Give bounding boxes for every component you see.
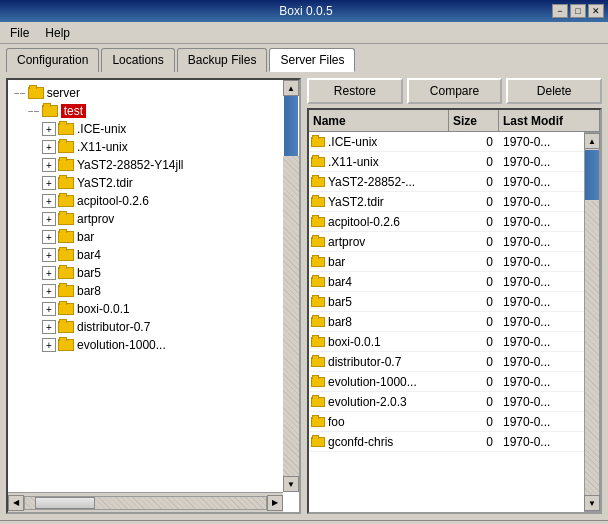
file-row[interactable]: bar5 0 1970-0... <box>309 292 584 312</box>
folder-icon-boxi <box>58 303 74 315</box>
minimize-button[interactable]: − <box>552 4 568 18</box>
file-name: evolution-2.0.3 <box>328 395 407 409</box>
tree-node-yast2-long[interactable]: + YaST2-28852-Y14jll <box>10 156 297 174</box>
tab-server-files[interactable]: Server Files <box>269 48 355 72</box>
tree-vscrollbar[interactable]: ▲ ▼ <box>283 80 299 492</box>
file-list-container: Name Size Last Modif .ICE-unix 0 1970-0.… <box>307 108 602 514</box>
expander-x11[interactable]: + <box>42 140 56 154</box>
file-row[interactable]: artprov 0 1970-0... <box>309 232 584 252</box>
tree-node-evolution1000[interactable]: + evolution-1000... <box>10 336 297 354</box>
file-name: bar5 <box>328 295 352 309</box>
file-scroll-down[interactable]: ▼ <box>584 495 600 511</box>
col-header-size[interactable]: Size <box>449 110 499 131</box>
tree-label-artprov: artprov <box>77 212 114 226</box>
tree-node-yast2-tdir[interactable]: + YaST2.tdir <box>10 174 297 192</box>
file-vscrollbar[interactable]: ▲ ▼ <box>584 132 600 512</box>
file-name: distributor-0.7 <box>328 355 401 369</box>
file-row[interactable]: bar8 0 1970-0... <box>309 312 584 332</box>
maximize-button[interactable]: □ <box>570 4 586 18</box>
expander-yast2-tdir[interactable]: + <box>42 176 56 190</box>
tree-node-bar5[interactable]: + bar5 <box>10 264 297 282</box>
expander-boxi[interactable]: + <box>42 302 56 316</box>
file-row[interactable]: distributor-0.7 0 1970-0... <box>309 352 584 372</box>
window-controls: − □ ✕ <box>552 4 608 18</box>
close-button[interactable]: ✕ <box>588 4 604 18</box>
scroll-thumb-tree[interactable] <box>284 96 298 156</box>
folder-icon-server <box>28 87 44 99</box>
tree-node-x11[interactable]: + .X11-unix <box>10 138 297 156</box>
file-list-header: Name Size Last Modif <box>309 110 600 132</box>
file-row[interactable]: bar 0 1970-0... <box>309 252 584 272</box>
file-modified: 1970-0... <box>499 215 584 229</box>
file-row[interactable]: gconfd-chris 0 1970-0... <box>309 432 584 452</box>
folder-icon-yast2-tdir <box>58 177 74 189</box>
status-bar <box>0 520 608 524</box>
tree-label-boxi: boxi-0.0.1 <box>77 302 130 316</box>
file-name: artprov <box>328 235 365 249</box>
compare-button[interactable]: Compare <box>407 78 503 104</box>
h-scroll-thumb[interactable] <box>35 497 95 509</box>
tree-scroll[interactable]: −− server −− test + .ICE-unix + <box>8 80 299 512</box>
h-scroll-track[interactable] <box>24 496 267 510</box>
tree-node-acpitool[interactable]: + acpitool-0.2.6 <box>10 192 297 210</box>
file-list-body: .ICE-unix 0 1970-0... .X11-unix 0 1970-0… <box>309 132 600 512</box>
expander-acpitool[interactable]: + <box>42 194 56 208</box>
expander-distributor[interactable]: + <box>42 320 56 334</box>
col-header-modified[interactable]: Last Modif <box>499 110 600 131</box>
expander-bar[interactable]: + <box>42 230 56 244</box>
file-scroll-up[interactable]: ▲ <box>584 133 600 149</box>
tree-label-acpitool: acpitool-0.2.6 <box>77 194 149 208</box>
scroll-up-arrow[interactable]: ▲ <box>283 80 299 96</box>
tab-locations[interactable]: Locations <box>101 48 174 72</box>
tree-node-bar8[interactable]: + bar8 <box>10 282 297 300</box>
menu-help[interactable]: Help <box>41 24 74 42</box>
expander-yast2-long[interactable]: + <box>42 158 56 172</box>
file-row[interactable]: boxi-0.0.1 0 1970-0... <box>309 332 584 352</box>
file-modified: 1970-0... <box>499 195 584 209</box>
file-row[interactable]: .X11-unix 0 1970-0... <box>309 152 584 172</box>
expander-artprov[interactable]: + <box>42 212 56 226</box>
file-row[interactable]: bar4 0 1970-0... <box>309 272 584 292</box>
col-header-name[interactable]: Name <box>309 110 449 131</box>
folder-icon-bar <box>58 231 74 243</box>
tree-hscrollbar[interactable]: ◀ ▶ <box>8 492 283 512</box>
file-row[interactable]: evolution-1000... 0 1970-0... <box>309 372 584 392</box>
restore-button[interactable]: Restore <box>307 78 403 104</box>
expander-ice-unix[interactable]: + <box>42 122 56 136</box>
menu-file[interactable]: File <box>6 24 33 42</box>
scroll-right-arrow[interactable]: ▶ <box>267 495 283 511</box>
file-row[interactable]: foo 0 1970-0... <box>309 412 584 432</box>
file-row[interactable]: .ICE-unix 0 1970-0... <box>309 132 584 152</box>
file-row[interactable]: evolution-2.0.3 0 1970-0... <box>309 392 584 412</box>
tree-node-artprov[interactable]: + artprov <box>10 210 297 228</box>
tab-configuration[interactable]: Configuration <box>6 48 99 72</box>
file-row[interactable]: YaST2-28852-... 0 1970-0... <box>309 172 584 192</box>
file-name: foo <box>328 415 345 429</box>
file-size: 0 <box>449 135 499 149</box>
file-row[interactable]: YaST2.tdir 0 1970-0... <box>309 192 584 212</box>
tree-node-bar[interactable]: + bar <box>10 228 297 246</box>
tree-node-boxi[interactable]: + boxi-0.0.1 <box>10 300 297 318</box>
tree-node-ice-unix[interactable]: + .ICE-unix <box>10 120 297 138</box>
tree-node-distributor[interactable]: + distributor-0.7 <box>10 318 297 336</box>
file-name: .ICE-unix <box>328 135 377 149</box>
main-content: −− server −− test + .ICE-unix + <box>0 72 608 520</box>
tree-label-bar: bar <box>77 230 94 244</box>
file-scroll-track <box>585 201 599 495</box>
expander-bar8[interactable]: + <box>42 284 56 298</box>
tree-node-bar4[interactable]: + bar4 <box>10 246 297 264</box>
tree-node-server[interactable]: −− server <box>10 84 297 102</box>
expander-bar4[interactable]: + <box>42 248 56 262</box>
tree-label-bar4: bar4 <box>77 248 101 262</box>
delete-button[interactable]: Delete <box>506 78 602 104</box>
tree-node-test[interactable]: −− test <box>10 102 297 120</box>
scroll-left-arrow[interactable]: ◀ <box>8 495 24 511</box>
expander-evolution1000[interactable]: + <box>42 338 56 352</box>
scroll-down-arrow[interactable]: ▼ <box>283 476 299 492</box>
file-name: boxi-0.0.1 <box>328 335 381 349</box>
file-scroll-thumb[interactable] <box>585 150 599 200</box>
file-row[interactable]: acpitool-0.2.6 0 1970-0... <box>309 212 584 232</box>
tab-backup-files[interactable]: Backup Files <box>177 48 268 72</box>
expander-bar5[interactable]: + <box>42 266 56 280</box>
folder-icon-ice <box>58 123 74 135</box>
